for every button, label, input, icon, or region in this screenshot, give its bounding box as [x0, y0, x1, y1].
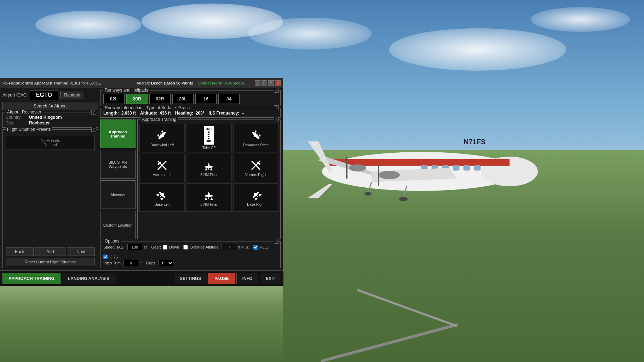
vectors-left-cell[interactable]: Vectors Left [139, 154, 185, 182]
mode-buttons: Approach Training SID, STAR Waypoints Ai… [100, 119, 136, 239]
override-altitude-checkbox[interactable] [183, 245, 188, 250]
bottom-toolbar: APPROACH TRAINING LANDING ANALYSIS SETTI… [0, 270, 283, 286]
altitude-unit: ft MSL [238, 245, 249, 249]
options-help-icon[interactable]: ? [274, 239, 279, 244]
flaps-group: Flaps: 0° 10° 20° 30° [146, 260, 173, 266]
override-altitude-label: Override Altitude: [190, 245, 219, 249]
svg-marker-40 [207, 163, 210, 167]
downwind-left-cell[interactable]: Downwind Left [139, 124, 185, 152]
approach-grid-box: Approach Training ? [137, 119, 281, 239]
take-off-cell[interactable]: 20R [186, 124, 231, 152]
aircraft-label: Aircraft: [137, 81, 150, 85]
airport-info-box: Airport: Rochester ? Country: United Kin… [2, 112, 98, 128]
mode-custom-location-button[interactable]: Custom Location [100, 211, 136, 239]
runway-buttons: 02L 20R 02R 20L 16 34 [103, 94, 277, 104]
runway-info-box: Runway Information - Type of Surface: Gr… [100, 108, 281, 118]
random-button[interactable]: Random [60, 91, 84, 99]
reset-flight-button[interactable]: Reset Current Flight Situation [6, 258, 95, 266]
approach-help-icon[interactable]: ? [274, 117, 279, 122]
airport-icao-input[interactable] [30, 90, 58, 100]
mode-approach-training-button[interactable]: Approach Training [100, 119, 136, 148]
presets-add-button[interactable]: Add [35, 247, 66, 256]
aircraft-tail-number: N71FS [464, 138, 485, 146]
take-off-label: Take Off [202, 146, 215, 150]
presets-back-button[interactable]: Back [6, 247, 34, 256]
speed-input[interactable] [127, 244, 142, 250]
runways-box: Runways and Helipads ? 02L 20R 02R 20L 1… [100, 90, 281, 106]
help-button[interactable]: ? [268, 80, 274, 86]
base-right-label: Base Right [247, 203, 264, 206]
svg-point-14 [349, 164, 366, 171]
override-group: Override Altitude: ft MSL [183, 244, 249, 250]
runway-20r-button[interactable]: 20R [126, 94, 148, 104]
cloud-1 [35, 11, 142, 39]
altitude-label: Altitude: [140, 111, 157, 116]
runway-16-button[interactable]: 16 [195, 94, 217, 104]
runway-20l-button[interactable]: 20L [172, 94, 194, 104]
svg-marker-42 [205, 168, 208, 170]
svg-marker-55 [205, 197, 207, 200]
vectors-right-cell[interactable]: Vectors Right [233, 154, 278, 182]
hdg-checkbox[interactable] [253, 245, 258, 250]
runway-34-button[interactable]: 34 [218, 94, 240, 104]
landing-analysis-button[interactable]: LANDING ANALYSIS [62, 273, 115, 284]
title-bar: FS-FlightControl Approach Training v1.0.… [0, 78, 283, 88]
ils-value: – [242, 111, 244, 116]
svg-marker-56 [210, 197, 213, 200]
close-button[interactable]: ✕ [275, 80, 281, 86]
cloud-3 [248, 18, 372, 49]
base-right-cell[interactable]: Base Right [233, 183, 278, 212]
3nm-final-cell[interactable]: 3 NM Final [186, 154, 231, 182]
gear-down-checkbox[interactable] [163, 245, 167, 250]
minimize-button[interactable]: — [255, 80, 260, 86]
title-bar-buttons: — □ ? ✕ [255, 80, 281, 86]
presets-nav-row: Back Add Next [6, 247, 95, 256]
mode-sid-star-button[interactable]: SID, STAR Waypoints [100, 150, 136, 179]
crs-checkbox[interactable] [103, 255, 108, 259]
crs-group: CRS [103, 255, 118, 259]
info-button[interactable]: INFO [236, 273, 259, 284]
8nm-final-label: 8 NM Final [200, 203, 217, 206]
country-label: Country: [6, 115, 27, 120]
approach-training-button[interactable]: APPROACH TRAINING [2, 273, 61, 284]
airport-info-help-icon[interactable]: ? [91, 110, 96, 115]
exit-button[interactable]: EXIT [260, 273, 281, 284]
svg-rect-8 [474, 165, 481, 170]
downwind-right-cell[interactable]: Downwind Right [233, 124, 278, 152]
app-title: FS-FlightControl Approach Training v1.0.… [2, 81, 80, 85]
runway-ils-item: ILS Frequency: – [209, 111, 244, 116]
approach-section: Approach Training SID, STAR Waypoints Ai… [100, 119, 281, 239]
altitude-value: 436 ft [160, 111, 171, 116]
cloud-4 [389, 28, 566, 71]
presets-help-icon[interactable]: ? [91, 127, 96, 132]
runway-02r-button[interactable]: 02R [149, 94, 171, 104]
gear-down-label: Down [169, 245, 179, 249]
runways-help-icon[interactable]: ? [274, 88, 279, 93]
svg-marker-12 [308, 184, 333, 198]
options-row-2: Pitch Trim: ° Flaps: 0° 10° 20° 30° [103, 260, 277, 266]
heading-value: 203° [196, 111, 205, 116]
runway-info-help-icon[interactable]: ? [274, 105, 279, 110]
city-value: Rochester [29, 121, 50, 125]
mode-airworks-button[interactable]: Airworks [100, 180, 136, 209]
city-label: City: [6, 121, 27, 125]
search-airport-button[interactable]: Search for Airport [2, 102, 98, 110]
svg-marker-60 [254, 197, 258, 201]
settings-button[interactable]: SETTINGS [174, 273, 207, 284]
runway-02l-button[interactable]: 02L [103, 94, 125, 104]
presets-next-button[interactable]: Next [67, 247, 95, 256]
pause-button[interactable]: PAUSE [208, 273, 235, 284]
connection-status: Connected to FSX-Steam [197, 81, 244, 85]
pitch-trim-input[interactable] [123, 260, 138, 266]
flaps-select[interactable]: 0° 10° 20° 30° [158, 260, 173, 266]
title-bar-left: FS-FlightControl Approach Training v1.0.… [2, 81, 126, 85]
pitch-trim-label: Pitch Trim: [103, 261, 122, 265]
3nm-final-label: 3 NM Final [200, 173, 217, 177]
8nm-final-cell[interactable]: 8 NM Final [186, 183, 231, 212]
heading-label: Heading: [175, 111, 193, 116]
aircraft-image [301, 113, 541, 233]
main-panel: FS-FlightControl Approach Training v1.0.… [0, 78, 283, 286]
maximize-button[interactable]: □ [261, 80, 267, 86]
airport-icao-row: Airport ICAO: Random [2, 90, 98, 100]
base-left-cell[interactable]: Base Left [139, 183, 185, 212]
